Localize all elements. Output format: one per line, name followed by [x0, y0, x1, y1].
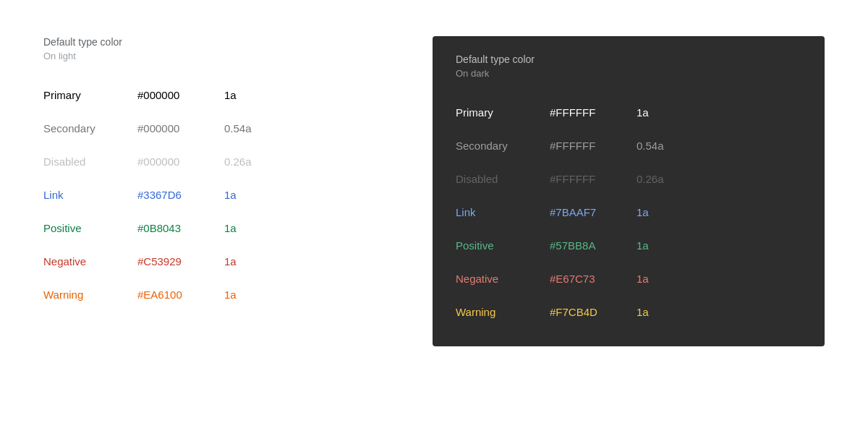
dark-panel-subtitle: On dark [456, 68, 801, 79]
dark-row-positive: Positive#57BB8A1a [456, 229, 801, 262]
light-row-link: Link#3367D61a [43, 179, 389, 212]
dark-secondary-alpha: 0.54a [637, 140, 664, 152]
dark-negative-hex: #E67C73 [550, 273, 637, 285]
light-disabled-hex: #000000 [137, 155, 224, 168]
dark-warning-alpha: 1a [637, 306, 649, 318]
light-primary-name: Primary [43, 89, 137, 101]
dark-disabled-alpha: 0.26a [637, 173, 664, 185]
light-primary-hex: #000000 [137, 89, 224, 101]
dark-panel-title: Default type color [456, 54, 801, 65]
light-row-warning: Warning#EA61001a [43, 278, 389, 312]
light-link-alpha: 1a [224, 189, 237, 201]
dark-secondary-hex: #FFFFFF [550, 140, 637, 152]
light-positive-alpha: 1a [224, 222, 237, 234]
light-panel-subtitle: On light [43, 51, 389, 61]
dark-disabled-hex: #FFFFFF [550, 173, 637, 185]
light-warning-name: Warning [43, 288, 137, 301]
dark-link-alpha: 1a [637, 206, 649, 218]
panels-container: Default type color On light Primary#0000… [43, 36, 825, 346]
light-positive-hex: #0B8043 [137, 222, 224, 234]
light-negative-name: Negative [43, 255, 137, 268]
light-secondary-hex: #000000 [137, 122, 224, 134]
dark-row-disabled: Disabled#FFFFFF0.26a [456, 163, 801, 196]
dark-row-primary: Primary#FFFFFF1a [456, 96, 801, 129]
dark-row-negative: Negative#E67C731a [456, 262, 801, 296]
light-color-table: Primary#0000001aSecondary#0000000.54aDis… [43, 79, 389, 312]
dark-negative-name: Negative [456, 273, 550, 285]
dark-panel: Default type color On dark Primary#FFFFF… [433, 36, 825, 346]
dark-primary-hex: #FFFFFF [550, 106, 637, 119]
dark-warning-name: Warning [456, 306, 550, 318]
light-positive-name: Positive [43, 222, 137, 234]
dark-positive-hex: #57BB8A [550, 239, 637, 252]
dark-disabled-name: Disabled [456, 173, 550, 185]
dark-row-link: Link#7BAAF71a [456, 196, 801, 229]
light-panel-title: Default type color [43, 36, 389, 48]
light-negative-hex: #C53929 [137, 255, 224, 268]
dark-positive-name: Positive [456, 239, 550, 252]
light-panel: Default type color On light Primary#0000… [43, 36, 389, 346]
light-link-hex: #3367D6 [137, 189, 224, 201]
light-row-disabled: Disabled#0000000.26a [43, 145, 389, 179]
dark-row-secondary: Secondary#FFFFFF0.54a [456, 129, 801, 163]
dark-row-warning: Warning#F7CB4D1a [456, 296, 801, 329]
light-negative-alpha: 1a [224, 255, 237, 268]
dark-secondary-name: Secondary [456, 140, 550, 152]
light-primary-alpha: 1a [224, 89, 237, 101]
light-row-negative: Negative#C539291a [43, 245, 389, 278]
dark-primary-alpha: 1a [637, 106, 649, 119]
light-row-positive: Positive#0B80431a [43, 212, 389, 245]
light-disabled-alpha: 0.26a [224, 155, 252, 168]
light-disabled-name: Disabled [43, 155, 137, 168]
light-secondary-alpha: 0.54a [224, 122, 252, 134]
light-link-name: Link [43, 189, 137, 201]
light-secondary-name: Secondary [43, 122, 137, 134]
dark-primary-name: Primary [456, 106, 550, 119]
dark-warning-hex: #F7CB4D [550, 306, 637, 318]
dark-positive-alpha: 1a [637, 239, 649, 252]
dark-link-hex: #7BAAF7 [550, 206, 637, 218]
light-row-primary: Primary#0000001a [43, 79, 389, 112]
dark-negative-alpha: 1a [637, 273, 649, 285]
light-warning-alpha: 1a [224, 288, 237, 301]
dark-link-name: Link [456, 206, 550, 218]
light-row-secondary: Secondary#0000000.54a [43, 112, 389, 145]
dark-color-table: Primary#FFFFFF1aSecondary#FFFFFF0.54aDis… [456, 96, 801, 329]
light-warning-hex: #EA6100 [137, 288, 224, 301]
